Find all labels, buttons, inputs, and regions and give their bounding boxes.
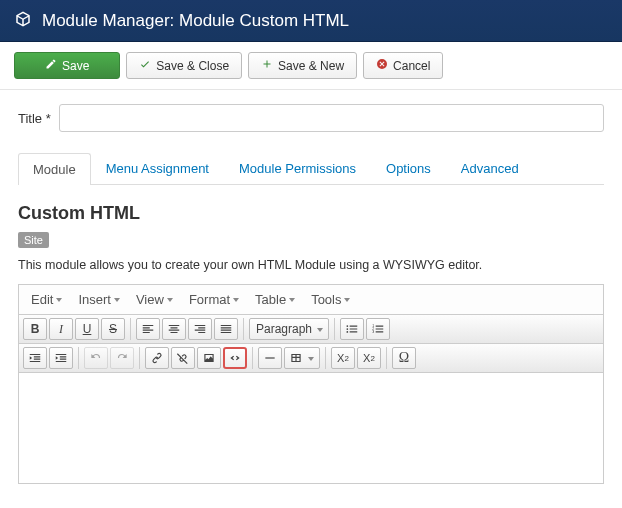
tab-advanced[interactable]: Advanced [446,152,534,184]
link-button[interactable] [145,347,169,369]
italic-button[interactable]: I [49,318,73,340]
tabs: Module Menu Assignment Module Permission… [18,152,604,185]
separator [252,347,253,369]
save-close-button[interactable]: Save & Close [126,52,242,79]
caret-icon [308,357,314,361]
table-button[interactable] [284,347,320,369]
content-area: Title * Module Menu Assignment Module Pe… [0,90,622,498]
svg-text:3: 3 [372,330,374,334]
svg-point-2 [347,331,349,333]
outdent-button[interactable] [23,347,47,369]
svg-point-1 [347,328,349,330]
svg-point-0 [347,325,349,327]
caret-icon [233,298,239,302]
section-heading: Custom HTML [18,203,604,224]
plus-icon [261,58,273,73]
caret-icon [344,298,350,302]
svg-rect-6 [265,357,274,358]
menu-format[interactable]: Format [181,288,247,311]
caret-icon [56,298,62,302]
redo-button[interactable] [110,347,134,369]
superscript-button[interactable]: X2 [357,347,381,369]
special-char-button[interactable]: Ω [392,347,416,369]
source-code-button[interactable] [223,347,247,369]
undo-button[interactable] [84,347,108,369]
edit-icon [45,58,57,73]
unlink-button[interactable] [171,347,195,369]
strike-button[interactable]: S [101,318,125,340]
align-right-button[interactable] [188,318,212,340]
hr-button[interactable] [258,347,282,369]
paragraph-select[interactable]: Paragraph [249,318,329,340]
menu-view[interactable]: View [128,288,181,311]
menu-table[interactable]: Table [247,288,303,311]
site-badge: Site [18,232,49,248]
editor-menubar: Edit Insert View Format Table Tools [19,285,603,315]
wysiwyg-editor: Edit Insert View Format Table Tools B I … [18,284,604,484]
menu-tools[interactable]: Tools [303,288,358,311]
menu-insert[interactable]: Insert [70,288,128,311]
tab-options[interactable]: Options [371,152,446,184]
title-input[interactable] [59,104,604,132]
caret-icon [289,298,295,302]
separator [243,318,244,340]
image-button[interactable] [197,347,221,369]
editor-toolbar-row-1: B I U S Paragraph 123 [19,315,603,344]
separator [78,347,79,369]
separator [334,318,335,340]
menu-edit[interactable]: Edit [23,288,70,311]
bold-button[interactable]: B [23,318,47,340]
caret-icon [317,328,323,332]
separator [139,347,140,369]
tab-module[interactable]: Module [18,153,91,185]
bullet-list-button[interactable] [340,318,364,340]
check-icon [139,58,151,73]
align-left-button[interactable] [136,318,160,340]
title-label: Title * [18,111,51,126]
section-description: This module allows you to create your ow… [18,258,604,272]
separator [386,347,387,369]
save-new-button[interactable]: Save & New [248,52,357,79]
cancel-button[interactable]: Cancel [363,52,443,79]
save-button[interactable]: Save [14,52,120,79]
caret-icon [114,298,120,302]
editor-textarea[interactable] [19,373,603,483]
page-header: Module Manager: Module Custom HTML [0,0,622,42]
justify-button[interactable] [214,318,238,340]
indent-button[interactable] [49,347,73,369]
tab-module-permissions[interactable]: Module Permissions [224,152,371,184]
align-center-button[interactable] [162,318,186,340]
page-title: Module Manager: Module Custom HTML [42,11,349,31]
number-list-button[interactable]: 123 [366,318,390,340]
separator [130,318,131,340]
tab-menu-assignment[interactable]: Menu Assignment [91,152,224,184]
cancel-icon [376,58,388,73]
separator [325,347,326,369]
editor-toolbar-row-2: X2 X2 Ω [19,344,603,373]
caret-icon [167,298,173,302]
toolbar: Save Save & Close Save & New Cancel [0,42,622,90]
subscript-button[interactable]: X2 [331,347,355,369]
cube-icon [14,10,32,31]
underline-button[interactable]: U [75,318,99,340]
